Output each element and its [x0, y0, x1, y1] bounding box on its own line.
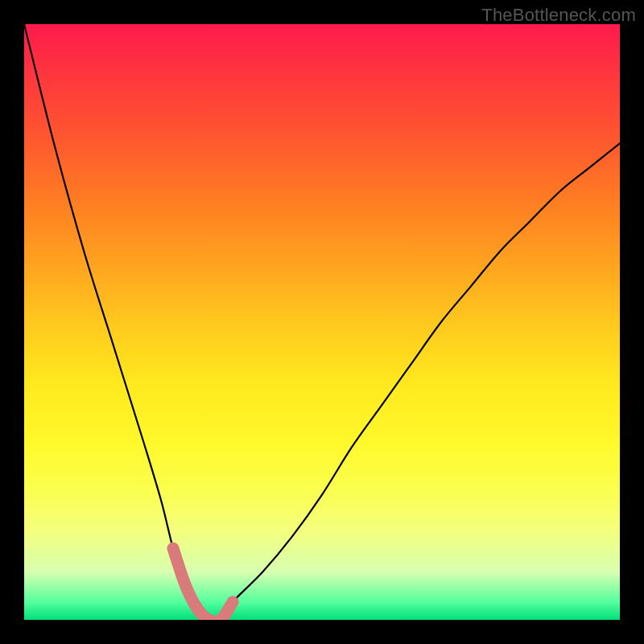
optimal-range-highlight: [173, 548, 233, 620]
chart-svg: [24, 24, 620, 620]
watermark-text: TheBottleneck.com: [481, 5, 636, 26]
plot-area: [24, 24, 620, 620]
chart-canvas: TheBottleneck.com: [0, 0, 644, 644]
bottleneck-curve: [24, 24, 620, 620]
